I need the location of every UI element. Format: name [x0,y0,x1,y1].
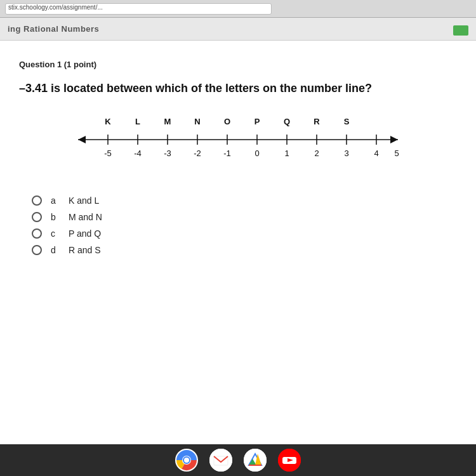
url-bar[interactable]: stix.schoology.com/assignment/... [5,3,272,15]
radio-d[interactable] [32,245,42,255]
num-n4: -4 [134,149,142,158]
svg-point-6 [244,449,267,472]
letter-R: R [314,117,320,126]
page-header: ing Rational Numbers [0,18,476,41]
letter-S: S [344,117,350,126]
right-arrow [390,136,398,143]
num-0: 0 [255,149,259,158]
svg-point-3 [184,458,189,463]
letter-K: K [105,117,111,126]
choice-letter-c: c [51,228,60,239]
letter-O: O [224,117,230,126]
num-5: 5 [394,149,399,158]
number-line-svg: K L M N O P Q R S [73,116,403,173]
radio-a[interactable] [32,195,42,206]
gmail-icon[interactable] [209,449,232,472]
browser-bar: stix.schoology.com/assignment/... [0,0,476,18]
number-line-container: K L M N O P Q R S [73,116,403,175]
choice-letter-a: a [51,195,60,206]
num-2: 2 [314,149,319,158]
choice-item-d: d R and S [32,245,457,255]
letter-Q: Q [284,117,290,126]
radio-b[interactable] [32,212,42,222]
num-4: 4 [374,149,378,158]
num-3: 3 [344,149,348,158]
choices-container: a K and L b M and N c P and Q d R and S [32,195,457,255]
content-area: Question 1 (1 point) –3.41 is located be… [0,41,476,467]
letter-N: N [194,117,200,126]
choice-text-a: K and L [69,195,99,206]
green-indicator [453,25,468,36]
letter-M: M [164,117,171,126]
choice-item-b: b M and N [32,212,457,222]
num-n3: -3 [164,149,171,158]
choice-text-d: R and S [69,245,101,255]
letter-P: P [255,117,260,126]
choice-text-b: M and N [69,212,102,222]
num-n1: -1 [223,149,231,158]
choice-letter-d: d [51,245,60,255]
chrome-icon[interactable] [175,449,198,472]
left-arrow [78,136,86,143]
num-n5: -5 [104,149,112,158]
question-text: –3.41 is located between which of the le… [19,81,374,96]
letter-L: L [135,117,140,126]
choice-item-c: c P and Q [32,228,457,239]
page-header-text: ing Rational Numbers [8,24,99,34]
choice-letter-b: b [51,212,60,222]
youtube-icon[interactable] [278,449,301,472]
choice-text-c: P and Q [69,228,101,239]
page-container: ing Rational Numbers Question 1 (1 point… [0,18,476,476]
question-label: Question 1 (1 point) [19,60,457,69]
num-n2: -2 [194,149,201,158]
drive-icon[interactable] [244,449,267,472]
num-1: 1 [284,149,289,158]
taskbar [0,444,476,476]
radio-c[interactable] [32,228,42,239]
choice-item-a: a K and L [32,195,457,206]
